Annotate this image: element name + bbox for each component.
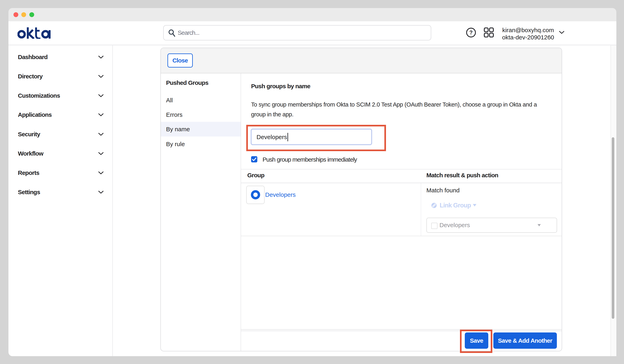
svg-text:?: ? bbox=[469, 29, 473, 36]
